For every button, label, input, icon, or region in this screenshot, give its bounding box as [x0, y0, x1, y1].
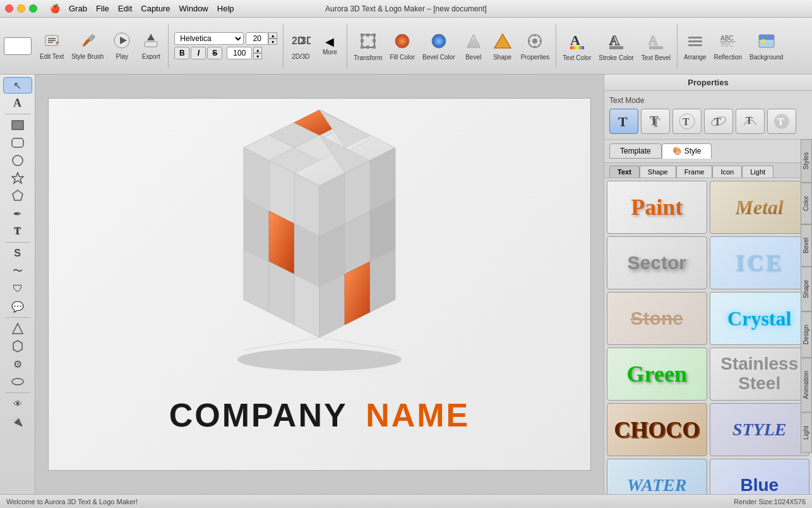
style-metal[interactable]: Metal	[710, 181, 810, 234]
menu-edit[interactable]: Edit	[118, 4, 132, 13]
style-green[interactable]: Green	[607, 348, 707, 401]
more-button[interactable]: ◀ More	[316, 34, 343, 57]
text-bevel-button[interactable]: A Text Bevel	[638, 29, 674, 63]
font-scale-input[interactable]	[227, 47, 252, 59]
tool-rounded-rect[interactable]	[3, 135, 32, 151]
stroke-color-button[interactable]: A Stroke Color	[595, 29, 637, 63]
tool-text-style[interactable]: 𝐓	[3, 223, 32, 239]
side-tab-shape[interactable]: Shape	[801, 267, 812, 311]
template-tab[interactable]: Template	[609, 143, 662, 159]
italic-button[interactable]: I	[191, 47, 206, 59]
arrange-button[interactable]: Arrange	[681, 30, 710, 63]
style-crystal[interactable]: Crystal	[710, 292, 810, 345]
side-tab-styles[interactable]: Styles	[801, 139, 812, 183]
style-stainless-steel[interactable]: StainlessSteel	[710, 348, 810, 401]
canvas[interactable]: COMPANY NAME	[48, 98, 591, 471]
font-scale-up[interactable]: ▲	[253, 47, 262, 53]
font-size-up[interactable]: ▲	[268, 32, 277, 39]
maximize-button[interactable]	[29, 4, 37, 13]
font-size-stepper[interactable]: ▲ ▼	[268, 32, 277, 45]
tool-text[interactable]: A	[3, 95, 32, 111]
text-mode-extrude[interactable]: T T	[641, 109, 670, 134]
menu-help[interactable]: Help	[217, 4, 234, 13]
tool-speech[interactable]: 💬	[3, 298, 32, 315]
side-tab-bevel[interactable]: Bevel	[801, 224, 812, 267]
style-choco[interactable]: CHOCO	[607, 403, 707, 456]
menu-capture[interactable]: Capture	[141, 4, 170, 13]
style-brush-button[interactable]: Style Brush	[68, 30, 107, 62]
menu-file[interactable]: File	[96, 4, 109, 13]
text-mode-wave[interactable]: T	[767, 109, 796, 134]
play-button[interactable]: Play	[108, 30, 136, 62]
shape-button[interactable]: Shape	[489, 30, 516, 63]
side-tab-color[interactable]: Color	[801, 183, 812, 224]
tool-eye[interactable]: 👁	[3, 396, 32, 412]
canvas-content: COMPANY NAME	[49, 99, 590, 470]
sub-tab-frame[interactable]: Frame	[676, 166, 713, 178]
minimize-button[interactable]	[17, 4, 25, 13]
style-a[interactable]: STYLE	[710, 403, 810, 456]
text-mode-flat[interactable]: T	[609, 109, 638, 134]
bevel-button[interactable]: Bevel	[460, 30, 487, 63]
tool-wave[interactable]: 〜	[3, 263, 32, 279]
style-sector[interactable]: Sector	[607, 236, 707, 289]
tool-circle[interactable]	[3, 152, 32, 169]
style-paint[interactable]: Paint	[607, 181, 707, 234]
edit-text-button[interactable]: Edit Text	[37, 30, 67, 62]
svg-point-51	[12, 378, 23, 385]
sub-tab-text[interactable]: Text	[609, 166, 640, 178]
sub-tab-light[interactable]: Light	[742, 166, 773, 178]
font-scale-stepper[interactable]: ▲ ▼	[253, 47, 262, 59]
tool-pen[interactable]: ✒	[3, 205, 32, 222]
tool-ellipse[interactable]	[3, 373, 32, 390]
font-size-input[interactable]	[246, 32, 268, 45]
text-mode-path[interactable]: T	[736, 109, 765, 134]
tool-pentagon[interactable]	[3, 188, 32, 204]
fill-color-button[interactable]: Fill Color	[387, 30, 418, 63]
fill-color-label: Fill Color	[390, 54, 415, 61]
tool-select[interactable]: ↖	[3, 77, 32, 94]
tool-star[interactable]	[3, 170, 32, 186]
bevel-color-button[interactable]: Bevel Color	[419, 30, 458, 63]
tool-s[interactable]: S	[3, 245, 32, 262]
side-tab-animation[interactable]: Animation	[801, 358, 812, 412]
style-tab[interactable]: 🎨Style	[662, 143, 712, 159]
text-mode-sphere[interactable]: T	[672, 109, 702, 134]
color-swatch[interactable]	[4, 37, 32, 55]
lt-sep4	[5, 392, 30, 393]
style-ice[interactable]: ICE	[710, 236, 810, 289]
close-button[interactable]	[5, 4, 13, 13]
font-size-down[interactable]: ▼	[268, 39, 277, 45]
style-blue[interactable]: Blue	[710, 459, 810, 494]
sub-tab-icon[interactable]: Icon	[712, 166, 742, 178]
style-stone[interactable]: Stone	[607, 292, 707, 345]
export-button[interactable]: Export	[137, 30, 165, 62]
style-water[interactable]: WATER	[607, 459, 707, 494]
tool-shield[interactable]: 🛡	[3, 281, 32, 297]
2d3d-button[interactable]: 2D 3D 2D/3D	[287, 30, 314, 62]
menu-window[interactable]: Window	[179, 4, 208, 13]
properties-button[interactable]: Properties	[518, 30, 553, 63]
toolbar: Edit Text Style Brush Play	[0, 18, 812, 75]
text-mode-ring[interactable]: T	[704, 109, 733, 134]
svg-rect-15	[361, 45, 364, 49]
text-color-button[interactable]: A Text Color	[559, 29, 594, 63]
tool-hexagon[interactable]	[3, 338, 32, 354]
sub-tab-shape[interactable]: Shape	[640, 166, 676, 178]
background-button[interactable]: Background	[746, 30, 786, 63]
side-tab-design[interactable]: Design	[801, 311, 812, 358]
tool-gear[interactable]: ⚙	[3, 356, 32, 372]
tool-triangle[interactable]	[3, 320, 32, 337]
tool-rect[interactable]	[3, 117, 32, 133]
font-family-select[interactable]: Helvetica	[174, 32, 244, 45]
tool-plugin[interactable]: 🔌	[3, 413, 32, 430]
menu-grab[interactable]: Grab	[69, 4, 87, 13]
reflection-button[interactable]: ABC ABC Reflection	[711, 30, 745, 63]
canvas-area[interactable]: COMPANY NAME	[35, 75, 604, 494]
font-scale-down[interactable]: ▼	[253, 53, 262, 59]
bold-button[interactable]: B	[174, 47, 189, 59]
strikethrough-button[interactable]: S	[207, 47, 222, 59]
apple-menu[interactable]: 🍎	[50, 4, 60, 13]
transform-button[interactable]: Transform	[350, 29, 385, 63]
side-tab-light[interactable]: Light	[801, 413, 812, 453]
